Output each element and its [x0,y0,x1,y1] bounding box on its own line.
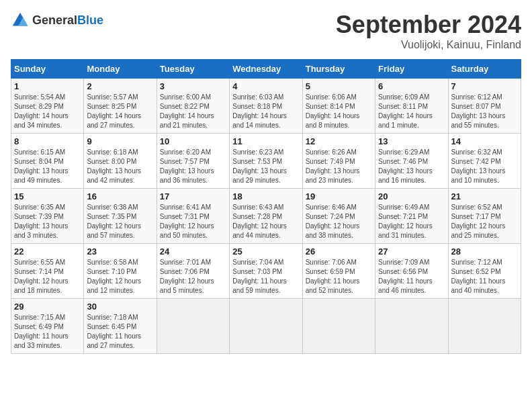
day-number: 16 [87,191,153,201]
day-info: Sunrise: 6:09 AMSunset: 8:11 PMDaylight:… [378,93,433,129]
calendar-day-cell: 30Sunrise: 7:18 AMSunset: 6:45 PMDayligh… [84,299,157,354]
weekday-header: Sunday [11,60,84,79]
day-info: Sunrise: 6:15 AMSunset: 8:04 PMDaylight:… [14,148,69,184]
calendar-day-cell: 2Sunrise: 5:57 AMSunset: 8:25 PMDaylight… [84,79,157,134]
calendar-day-cell: 3Sunrise: 6:00 AMSunset: 8:22 PMDaylight… [157,79,229,134]
day-number: 23 [87,246,153,257]
calendar-day-cell [230,299,302,354]
weekday-header: Thursday [302,60,375,79]
day-number: 21 [451,191,518,201]
day-number: 25 [232,246,299,257]
day-info: Sunrise: 6:52 AMSunset: 7:17 PMDaylight:… [451,203,506,239]
day-info: Sunrise: 6:32 AMSunset: 7:42 PMDaylight:… [451,148,506,184]
calendar-day-cell: 22Sunrise: 6:55 AMSunset: 7:14 PMDayligh… [11,244,84,299]
day-number: 4 [232,81,299,91]
day-info: Sunrise: 7:15 AMSunset: 6:49 PMDaylight:… [14,314,69,349]
calendar-week-row: 8Sunrise: 6:15 AMSunset: 8:04 PMDaylight… [11,134,521,189]
day-info: Sunrise: 6:20 AMSunset: 7:57 PMDaylight:… [160,148,214,184]
calendar-day-cell: 7Sunrise: 6:12 AMSunset: 8:07 PMDaylight… [448,79,521,134]
weekday-header: Saturday [448,60,521,79]
day-info: Sunrise: 6:46 AMSunset: 7:24 PMDaylight:… [306,203,360,239]
logo-general-text: General [32,13,77,27]
day-info: Sunrise: 7:01 AMSunset: 7:06 PMDaylight:… [160,259,214,294]
day-number: 10 [160,136,226,146]
day-info: Sunrise: 6:03 AMSunset: 8:18 PMDaylight:… [232,93,287,129]
logo: GeneralBlue [11,11,103,30]
calendar-day-cell: 26Sunrise: 7:06 AMSunset: 6:59 PMDayligh… [302,244,375,299]
calendar-day-cell: 25Sunrise: 7:04 AMSunset: 7:03 PMDayligh… [230,244,302,299]
location-title: Vuolijoki, Kainuu, Finland [336,39,521,51]
calendar-day-cell [157,299,229,354]
calendar-day-cell: 19Sunrise: 6:46 AMSunset: 7:24 PMDayligh… [302,189,375,244]
day-info: Sunrise: 6:26 AMSunset: 7:49 PMDaylight:… [306,148,360,184]
day-info: Sunrise: 6:58 AMSunset: 7:10 PMDaylight:… [87,259,141,294]
logo-blue-text: Blue [77,13,103,27]
calendar-day-cell: 23Sunrise: 6:58 AMSunset: 7:10 PMDayligh… [84,244,157,299]
calendar-table: SundayMondayTuesdayWednesdayThursdayFrid… [11,59,521,354]
day-number: 6 [378,81,445,91]
page-header: GeneralBlue September 2024 Vuolijoki, Ka… [11,11,521,51]
day-number: 1 [14,81,81,91]
day-number: 22 [14,246,81,257]
calendar-week-row: 22Sunrise: 6:55 AMSunset: 7:14 PMDayligh… [11,244,521,299]
day-number: 24 [160,246,226,257]
day-number: 9 [87,136,153,146]
calendar-day-cell: 13Sunrise: 6:29 AMSunset: 7:46 PMDayligh… [375,134,448,189]
day-info: Sunrise: 6:23 AMSunset: 7:53 PMDaylight:… [232,148,287,184]
logo-icon [11,11,30,30]
day-info: Sunrise: 6:41 AMSunset: 7:31 PMDaylight:… [160,203,214,239]
calendar-week-row: 29Sunrise: 7:15 AMSunset: 6:49 PMDayligh… [11,299,521,354]
day-number: 8 [14,136,81,146]
day-number: 17 [160,191,226,201]
day-number: 11 [232,136,299,146]
calendar-week-row: 1Sunrise: 5:54 AMSunset: 8:29 PMDaylight… [11,79,521,134]
calendar-day-cell: 27Sunrise: 7:09 AMSunset: 6:56 PMDayligh… [375,244,448,299]
calendar-day-cell: 5Sunrise: 6:06 AMSunset: 8:14 PMDaylight… [302,79,375,134]
calendar-day-cell: 10Sunrise: 6:20 AMSunset: 7:57 PMDayligh… [157,134,229,189]
calendar-day-cell: 21Sunrise: 6:52 AMSunset: 7:17 PMDayligh… [448,189,521,244]
calendar-day-cell: 11Sunrise: 6:23 AMSunset: 7:53 PMDayligh… [230,134,302,189]
day-number: 2 [87,81,153,91]
day-number: 15 [14,191,81,201]
calendar-day-cell [375,299,448,354]
day-info: Sunrise: 7:04 AMSunset: 7:03 PMDaylight:… [232,259,287,294]
day-info: Sunrise: 7:18 AMSunset: 6:45 PMDaylight:… [87,314,141,349]
day-number: 28 [451,246,518,257]
day-number: 29 [14,302,81,312]
day-number: 14 [451,136,518,146]
day-number: 30 [87,302,153,312]
day-info: Sunrise: 5:54 AMSunset: 8:29 PMDaylight:… [14,93,69,129]
day-number: 27 [378,246,445,257]
calendar-day-cell: 29Sunrise: 7:15 AMSunset: 6:49 PMDayligh… [11,299,84,354]
day-info: Sunrise: 6:29 AMSunset: 7:46 PMDaylight:… [378,148,433,184]
day-number: 3 [160,81,226,91]
calendar-day-cell: 8Sunrise: 6:15 AMSunset: 8:04 PMDaylight… [11,134,84,189]
day-info: Sunrise: 6:55 AMSunset: 7:14 PMDaylight:… [14,259,69,294]
month-title: September 2024 [336,11,521,39]
title-section: September 2024 Vuolijoki, Kainuu, Finlan… [336,11,521,51]
day-number: 26 [306,246,372,257]
calendar-day-cell: 17Sunrise: 6:41 AMSunset: 7:31 PMDayligh… [157,189,229,244]
calendar-day-cell: 24Sunrise: 7:01 AMSunset: 7:06 PMDayligh… [157,244,229,299]
day-info: Sunrise: 7:12 AMSunset: 6:52 PMDaylight:… [451,259,506,294]
day-number: 5 [306,81,372,91]
calendar-day-cell [302,299,375,354]
day-info: Sunrise: 6:06 AMSunset: 8:14 PMDaylight:… [306,93,360,129]
day-number: 7 [451,81,518,91]
day-info: Sunrise: 6:35 AMSunset: 7:39 PMDaylight:… [14,203,69,239]
calendar-day-cell: 4Sunrise: 6:03 AMSunset: 8:18 PMDaylight… [230,79,302,134]
day-info: Sunrise: 6:49 AMSunset: 7:21 PMDaylight:… [378,203,433,239]
calendar-day-cell: 14Sunrise: 6:32 AMSunset: 7:42 PMDayligh… [448,134,521,189]
day-info: Sunrise: 6:38 AMSunset: 7:35 PMDaylight:… [87,203,141,239]
day-number: 13 [378,136,445,146]
day-number: 20 [378,191,445,201]
day-info: Sunrise: 6:00 AMSunset: 8:22 PMDaylight:… [160,93,214,129]
weekday-header: Wednesday [230,60,302,79]
weekday-header: Monday [84,60,157,79]
calendar-day-cell [448,299,521,354]
day-info: Sunrise: 7:06 AMSunset: 6:59 PMDaylight:… [306,259,360,294]
day-info: Sunrise: 5:57 AMSunset: 8:25 PMDaylight:… [87,93,141,129]
calendar-day-cell: 28Sunrise: 7:12 AMSunset: 6:52 PMDayligh… [448,244,521,299]
weekday-header: Tuesday [157,60,229,79]
day-info: Sunrise: 6:18 AMSunset: 8:00 PMDaylight:… [87,148,141,184]
